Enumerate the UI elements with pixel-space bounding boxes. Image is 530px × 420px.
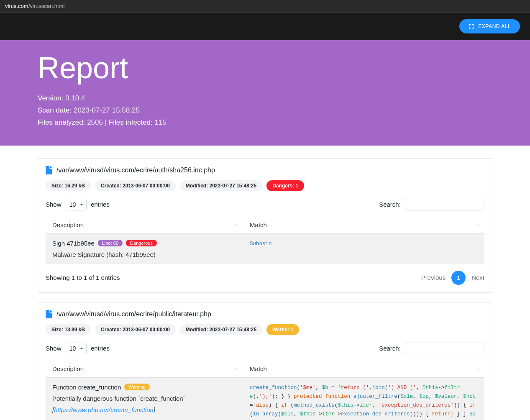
- showing-text: Showing 1 to 1 of 1 entries: [46, 274, 120, 281]
- scandate-value: 2023-07-27 15:58:25: [74, 106, 140, 114]
- search-input[interactable]: [405, 199, 484, 210]
- expand-all-button[interactable]: EXPAND ALL: [459, 19, 520, 33]
- file-path: /var/www/virusd/virus.com/ecrire/auth/sh…: [56, 166, 215, 174]
- file-icon: [46, 310, 52, 318]
- severity-pill: Dangerous: [126, 240, 157, 246]
- search-label: Search:: [379, 201, 401, 208]
- reference-link[interactable]: https://www.php.net/create_function: [54, 406, 154, 413]
- url-domain: virus.com: [5, 3, 28, 9]
- next-button[interactable]: Next: [471, 274, 484, 281]
- match-header[interactable]: Match↑↓: [243, 216, 484, 234]
- version-label: Version:: [38, 94, 63, 102]
- signature-sub: Potentially dangerous function `create_f…: [52, 395, 236, 402]
- size-badge: Size: 16.29 kB: [46, 180, 91, 191]
- meta-separator: |: [103, 118, 109, 126]
- signature-link-wrap: [https://www.php.net/create_function]: [52, 406, 236, 413]
- sort-icon: ↑↓: [476, 223, 480, 227]
- match-code: create_function('$me', $b = 'return ('.j…: [250, 384, 478, 420]
- warn-badge: Warns: 1: [266, 324, 299, 335]
- page-current[interactable]: 1: [451, 271, 466, 285]
- results-table: Description↑↓ Match↑↓ Sign 471b95ee Line…: [46, 216, 484, 264]
- version-value: 0.10.4: [65, 94, 85, 102]
- signature-title: Function create_function: [52, 384, 121, 391]
- description-header[interactable]: Description↑↓: [46, 216, 243, 234]
- entries-select[interactable]: 10: [66, 343, 87, 354]
- danger-badge: Dangers: 1: [266, 180, 304, 191]
- report-content: /var/www/virusd/virus.com/ecrire/auth/sh…: [0, 146, 530, 420]
- report-header: Report Version: 0.10.4 Scan date: 2023-0…: [0, 40, 530, 146]
- modified-badge: Modified: 2023-07-27 15:48:25: [180, 324, 262, 335]
- show-label: Show: [46, 345, 61, 352]
- created-badge: Created: 2013-06-07 00:00:00: [95, 180, 176, 191]
- show-label: Show: [46, 201, 61, 208]
- created-badge: Created: 2013-06-07 00:00:00: [95, 324, 176, 335]
- expand-icon: [469, 23, 474, 29]
- entries-label: entries: [91, 201, 110, 208]
- url-bar: virus.com/virusscan.html: [0, 0, 530, 13]
- table-row: Sign 471b95ee Line: 60 Dangerous Malware…: [46, 233, 484, 264]
- pagination: Previous 1 Next: [421, 271, 484, 285]
- file-path: /var/www/virusd/virus.com/ecrire/public/…: [56, 310, 211, 318]
- sort-icon: ↑↓: [235, 366, 239, 371]
- match-text: Suhosin: [250, 241, 272, 247]
- file-icon: [46, 166, 52, 174]
- file-card: /var/www/virusd/virus.com/ecrire/public/…: [38, 302, 492, 420]
- page-title: Report: [38, 51, 492, 85]
- infected-value: 115: [154, 118, 166, 126]
- severity-pill: Warning: [124, 384, 150, 390]
- expand-label: EXPAND ALL: [479, 23, 511, 29]
- url-path: /virusscan.html: [28, 3, 65, 9]
- entries-label: entries: [91, 345, 110, 352]
- size-badge: Size: 13.99 kB: [46, 324, 91, 335]
- report-meta: Version: 0.10.4 Scan date: 2023-07-27 15…: [38, 92, 492, 129]
- search-label: Search:: [379, 345, 401, 352]
- description-header[interactable]: Description↑↓: [46, 360, 243, 378]
- modified-badge: Modified: 2023-07-27 15:48:25: [180, 180, 262, 191]
- infected-label: Files infected:: [109, 118, 153, 126]
- entries-select[interactable]: 10: [66, 199, 87, 210]
- sort-icon: ↑↓: [235, 223, 239, 227]
- file-card: /var/www/virusd/virus.com/ecrire/auth/sh…: [38, 158, 492, 293]
- line-pill: Line: 60: [98, 240, 123, 246]
- signature-sub: Malware Signature (hash: 471b95ee): [52, 251, 236, 258]
- match-header[interactable]: Match↑↓: [243, 360, 484, 378]
- search-input[interactable]: [405, 343, 484, 354]
- results-table: Description↑↓ Match↑↓ Function create_fu…: [46, 360, 484, 420]
- analyzed-value: 2505: [87, 118, 103, 126]
- sort-icon: ↑↓: [476, 366, 480, 371]
- scandate-label: Scan date:: [38, 106, 72, 114]
- previous-button[interactable]: Previous: [421, 274, 446, 281]
- table-row: Function create_function Warning Potenti…: [46, 377, 484, 420]
- signature-title: Sign 471b95ee: [52, 240, 95, 247]
- analyzed-label: Files analyzed:: [38, 118, 85, 126]
- toolbar: EXPAND ALL: [0, 13, 530, 40]
